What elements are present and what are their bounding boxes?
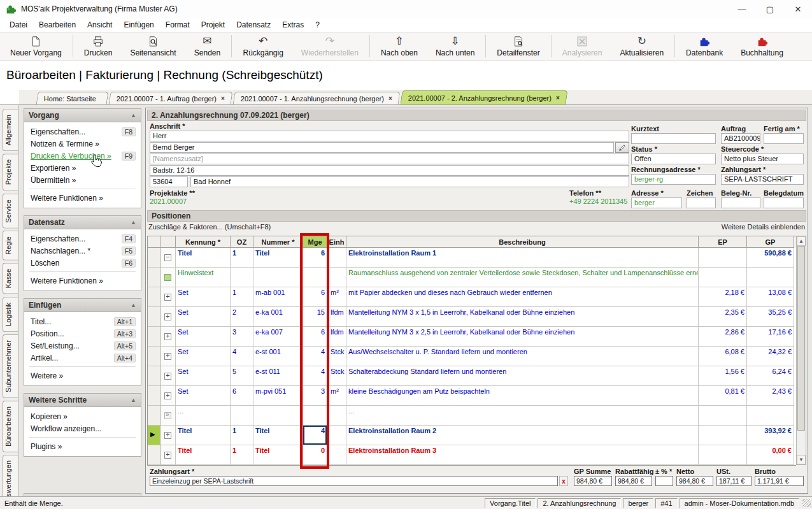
- cell-mge[interactable]: 4: [303, 347, 327, 366]
- collapse-icon[interactable]: ▲: [131, 302, 136, 308]
- pct-field[interactable]: [655, 476, 673, 486]
- position-row[interactable]: Titel 1 Titel 6 Elektroinstallation Raum…: [148, 248, 796, 268]
- auftrag-field[interactable]: AB2100009: [721, 133, 760, 144]
- cell-ep[interactable]: 6,08 €: [699, 347, 747, 366]
- cell-ep[interactable]: [699, 426, 747, 445]
- expander-icon[interactable]: [164, 313, 171, 320]
- zuschlaege-faktoren-link[interactable]: Zuschläge & Faktoren... (Umschalt+F8): [148, 223, 271, 233]
- telefon-value[interactable]: +49 2224 2011345: [569, 197, 627, 205]
- cell-beschreibung[interactable]: mit Papier abdecken und dieses nach Gebr…: [346, 287, 699, 307]
- footer-zahlungsart-field[interactable]: Einzeleinzug per SEPA-Lastschrift: [150, 476, 558, 486]
- sidebar-item[interactable]: Exportieren »: [24, 162, 141, 174]
- sidebar-item[interactable]: Position...Alt+3: [24, 327, 141, 340]
- weitere-details-link[interactable]: Weitere Details einblenden: [722, 223, 805, 233]
- position-row[interactable]: Set 4 e-st 001 4 Stck Aus/Wechselschalte…: [148, 347, 796, 366]
- workspace-tab[interactable]: Subunternehmer: [3, 334, 18, 398]
- sidebar-item[interactable]: [29, 271, 136, 272]
- cell-kennung[interactable]: Titel: [176, 248, 231, 268]
- sidebar-item[interactable]: Übermitteln »: [24, 174, 141, 186]
- row-expander-cell[interactable]: [160, 287, 176, 307]
- anschrift-name-field[interactable]: Bernd Berger: [150, 142, 614, 153]
- cell-gp[interactable]: 35,25 €: [747, 307, 794, 327]
- scroll-thumb[interactable]: [797, 246, 805, 431]
- cell-nummer[interactable]: Titel: [253, 426, 303, 445]
- clear-zahlungsart-button[interactable]: x: [559, 476, 568, 486]
- row-expander-cell[interactable]: [160, 248, 176, 268]
- tab-close-icon[interactable]: ×: [221, 95, 225, 102]
- maximize-button[interactable]: ▢: [756, 0, 784, 18]
- sidebar-item[interactable]: Set/Leistung...Alt+5: [24, 340, 141, 352]
- menu-item[interactable]: Extras: [276, 19, 310, 31]
- cell-einh[interactable]: lfdm: [327, 327, 346, 347]
- cell-ep[interactable]: 2,18 €: [699, 287, 747, 307]
- cell-kennung[interactable]: Set: [176, 327, 231, 347]
- cell-beschreibung[interactable]: Mantelleitung NYM 3 x 1,5 in Leerrohr, K…: [346, 307, 699, 327]
- cell-ep[interactable]: 2,35 €: [699, 307, 747, 327]
- cell-einh[interactable]: [327, 406, 346, 426]
- send-button[interactable]: ✉ Senden: [185, 32, 229, 60]
- cell-einh[interactable]: lfdm: [327, 307, 346, 327]
- cell-mge[interactable]: 4: [303, 366, 327, 386]
- row-expander-cell[interactable]: [160, 347, 176, 366]
- sidebar-item[interactable]: Titel...Alt+1: [24, 315, 141, 327]
- cell-mge[interactable]: 15: [303, 307, 327, 327]
- cell-kennung[interactable]: Set: [176, 347, 231, 366]
- workspace-tab[interactable]: Projekte: [3, 154, 18, 190]
- sidebar-item[interactable]: Eigenschaften...F4: [24, 233, 141, 245]
- cell-mge[interactable]: 6: [303, 248, 327, 268]
- cell-beschreibung[interactable]: Mantelleitung NYM 3 x 2,5 in Leerrohr, K…: [346, 327, 699, 347]
- print-button[interactable]: Drucken: [75, 32, 122, 60]
- close-button[interactable]: ✕: [784, 0, 812, 18]
- expander-icon[interactable]: [164, 392, 171, 399]
- vertical-scrollbar[interactable]: ▲ ▼: [796, 236, 806, 465]
- cell-einh[interactable]: Stck: [327, 347, 346, 366]
- tab-close-icon[interactable]: ×: [556, 94, 560, 101]
- sidebar-item[interactable]: Drucken & Verbuchen »F9: [24, 150, 141, 162]
- cell-mge[interactable]: 6: [303, 327, 327, 347]
- collapse-icon[interactable]: ▲: [131, 112, 136, 118]
- col-einh[interactable]: Einh: [327, 236, 346, 248]
- expander-icon[interactable]: [164, 274, 171, 281]
- sidebar-item[interactable]: LöschenF6: [24, 257, 141, 269]
- cell-gp[interactable]: 17,16 €: [747, 327, 794, 347]
- cell-oz[interactable]: [231, 268, 253, 287]
- fertig-am-field[interactable]: [764, 133, 804, 144]
- cell-gp[interactable]: 24,32 €: [747, 347, 794, 366]
- row-expander-cell[interactable]: [160, 268, 176, 287]
- menu-item[interactable]: Projekt: [196, 19, 231, 31]
- row-expander-cell[interactable]: [160, 426, 176, 445]
- cell-beschreibung[interactable]: Elektroinstallation Raum 2: [346, 426, 699, 445]
- row-selector-cell[interactable]: [148, 268, 160, 287]
- workspace-tab[interactable]: Büroarbeiten: [3, 401, 18, 452]
- cell-oz[interactable]: 6: [231, 386, 253, 406]
- cell-kennung[interactable]: Set: [176, 366, 231, 386]
- expander-icon[interactable]: [164, 353, 171, 360]
- cell-oz[interactable]: 4: [231, 347, 253, 366]
- sidebar-item[interactable]: Weitere »: [24, 369, 141, 382]
- cell-oz[interactable]: 1: [231, 445, 253, 465]
- row-selector-cell[interactable]: [148, 248, 160, 268]
- edit-address-button[interactable]: [615, 142, 629, 153]
- cell-nummer[interactable]: e-st 011: [253, 366, 303, 386]
- cell-nummer[interactable]: m-ab 001: [253, 287, 303, 307]
- row-selector-cell[interactable]: [148, 366, 160, 386]
- move-up-button[interactable]: ⇧ Nach oben: [372, 32, 427, 60]
- row-expander-cell[interactable]: [160, 386, 176, 406]
- cell-kennung[interactable]: Hinweistext: [176, 268, 231, 287]
- sidebar-item[interactable]: [29, 437, 136, 438]
- row-selector-cell[interactable]: [148, 406, 160, 426]
- sidebar-item[interactable]: Plugins »: [24, 440, 141, 452]
- cell-ep[interactable]: [699, 248, 747, 268]
- detail-window-button[interactable]: Detailfenster: [488, 32, 548, 60]
- document-tab[interactable]: 2021.00007 - 1. Auftrag (berger) ×: [109, 92, 233, 104]
- sidebar-item[interactable]: Kopieren »: [24, 410, 141, 422]
- col-mge[interactable]: Mge: [303, 236, 327, 248]
- position-row[interactable]: Set 2 e-ka 001 15 lfdm Mantelleitung NYM…: [148, 307, 796, 327]
- cell-mge[interactable]: 0: [303, 445, 327, 465]
- workspace-tab[interactable]: Logistik: [3, 297, 18, 332]
- cell-beschreibung[interactable]: Elektroinstallation Raum 3: [346, 445, 699, 465]
- projektakte-link[interactable]: 2021.00007: [150, 197, 187, 205]
- collapse-icon[interactable]: ▲: [131, 219, 136, 226]
- cell-gp[interactable]: [747, 268, 794, 287]
- cell-oz[interactable]: 1: [231, 426, 253, 445]
